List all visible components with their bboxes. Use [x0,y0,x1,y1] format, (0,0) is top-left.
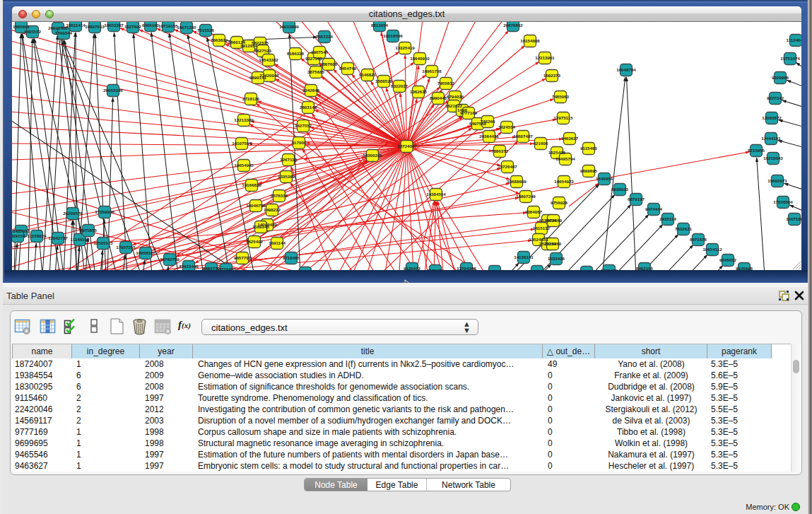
svg-text:3267110: 3267110 [280,157,297,162]
svg-text:12213961: 12213961 [535,55,555,60]
svg-text:11145194: 11145194 [71,237,90,242]
svg-text:16154808: 16154808 [520,38,540,43]
svg-text:1924506: 1924506 [578,269,596,270]
svg-text:3875685: 3875685 [307,69,325,74]
svg-text:9227342: 9227342 [767,95,784,100]
svg-text:9084067: 9084067 [525,209,543,214]
svg-text:7663822: 7663822 [211,37,228,42]
svg-text:13325419: 13325419 [395,45,415,50]
svg-text:1527602: 1527602 [124,24,142,29]
svg-text:1691144: 1691144 [269,240,286,245]
svg-text:11124047: 11124047 [787,37,801,42]
svg-text:1498222: 1498222 [264,207,281,212]
svg-text:10719155: 10719155 [158,23,178,28]
svg-text:1640954: 1640954 [596,176,613,181]
svg-text:20691406: 20691406 [48,25,68,30]
svg-text:8462155: 8462155 [636,266,654,270]
svg-text:2935114: 2935114 [659,216,676,221]
svg-text:2803144: 2803144 [300,105,317,110]
svg-text:16033809: 16033809 [279,24,299,29]
svg-text:1092373: 1092373 [543,73,561,78]
svg-text:8813054: 8813054 [371,23,389,28]
svg-text:1025439: 1025439 [601,268,618,270]
svg-text:9890141: 9890141 [249,75,267,80]
svg-text:6466160: 6466160 [142,23,160,28]
svg-text:18724007: 18724007 [397,144,417,148]
svg-text:8471676: 8471676 [690,237,707,242]
svg-text:12942737: 12942737 [48,235,68,240]
svg-text:10654112: 10654112 [702,247,722,252]
svg-text:8938923: 8938923 [611,187,629,192]
svg-text:1033426: 1033426 [548,256,565,261]
svg-text:1907546: 1907546 [311,49,329,54]
svg-text:19897013: 19897013 [85,24,105,29]
svg-text:16648784: 16648784 [616,67,636,72]
svg-text:9242848: 9242848 [302,88,320,93]
svg-text:16961758: 16961758 [422,69,442,74]
svg-text:10653287: 10653287 [104,23,124,28]
svg-text:19218506: 19218506 [383,33,403,38]
svg-text:9699695: 9699695 [580,168,598,173]
svg-text:8186328: 8186328 [287,51,305,56]
svg-text:9245652: 9245652 [719,257,737,262]
svg-text:10688609: 10688609 [507,179,526,184]
svg-text:746266: 746266 [481,119,495,124]
svg-text:13716485: 13716485 [216,267,236,270]
svg-text:20876862: 20876862 [503,23,523,28]
svg-text:19654923: 19654923 [554,179,574,184]
svg-text:9777169: 9777169 [460,110,478,115]
svg-text:15692971: 15692971 [767,178,787,183]
svg-text:9145668: 9145668 [736,266,753,270]
svg-text:1405572: 1405572 [24,29,42,34]
svg-text:1025438: 1025438 [548,150,566,155]
svg-text:9975855: 9975855 [80,228,98,233]
svg-text:8990448: 8990448 [430,95,447,100]
svg-text:17359928: 17359928 [95,209,114,214]
svg-text:1335369: 1335369 [278,174,295,179]
svg-text:1435001: 1435001 [13,228,30,233]
svg-text:15751074: 15751074 [780,56,800,61]
svg-text:9146821: 9146821 [359,72,377,77]
svg-text:7485063: 7485063 [552,94,570,99]
svg-text:817006: 817006 [292,140,307,145]
svg-text:14136141: 14136141 [514,255,534,259]
svg-text:1253390: 1253390 [486,269,504,270]
svg-text:18807249: 18807249 [516,194,536,199]
svg-text:16210643: 16210643 [763,156,783,160]
svg-text:16782759: 16782759 [160,257,180,262]
svg-text:19166825: 19166825 [242,182,261,187]
svg-text:28053346: 28053346 [103,88,123,93]
svg-text:17957255: 17957255 [116,245,136,250]
svg-text:7625402: 7625402 [246,239,264,244]
svg-text:7886372: 7886372 [491,148,509,153]
svg-text:9716485: 9716485 [283,255,300,260]
svg-text:2718126: 2718126 [242,96,260,101]
svg-text:16543382: 16543382 [259,57,278,62]
svg-text:9135479: 9135479 [427,268,445,270]
svg-text:1189345: 1189345 [252,224,269,229]
svg-text:1974669: 1974669 [545,218,563,223]
svg-text:13704368: 13704368 [457,266,476,270]
svg-text:11156829: 11156829 [28,233,47,238]
svg-text:9329966: 9329966 [772,75,789,80]
svg-text:939154: 939154 [12,233,25,238]
svg-text:19495794: 19495794 [555,156,575,161]
svg-text:8215955: 8215955 [748,148,765,153]
svg-text:621606: 621606 [534,141,548,146]
svg-text:2867608: 2867608 [320,62,338,66]
svg-text:1167530: 1167530 [786,216,801,221]
svg-text:12213389: 12213389 [234,117,254,122]
svg-text:5822375: 5822375 [252,40,269,45]
svg-text:2025469: 2025469 [544,241,562,246]
svg-text:12093872: 12093872 [762,115,782,120]
svg-text:6879197: 6879197 [628,197,645,201]
svg-text:9657791: 9657791 [234,255,252,260]
svg-text:12505115: 12505115 [93,240,113,245]
svg-text:20206576: 20206576 [63,211,83,216]
svg-text:3427552: 3427552 [295,123,312,128]
svg-text:8627523: 8627523 [254,48,272,53]
svg-text:7632621: 7632621 [675,226,693,231]
svg-text:19384554: 19384554 [426,192,446,197]
svg-text:9135472: 9135472 [404,266,421,270]
svg-text:12923448: 12923448 [179,264,199,269]
